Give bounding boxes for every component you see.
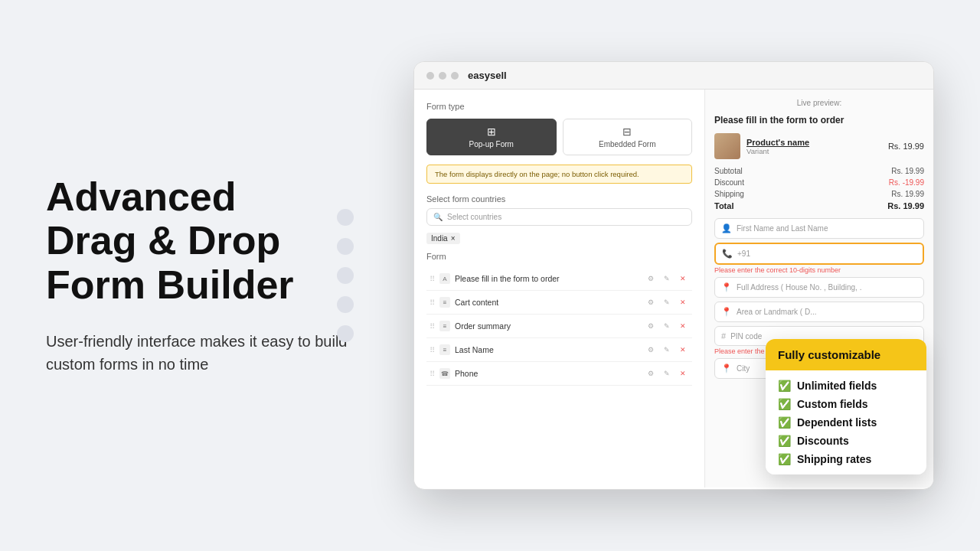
field-icon-order: ≡ (439, 321, 450, 331)
embedded-form-btn[interactable]: ⊟ Embedded Form (563, 119, 693, 155)
circle-4 (337, 296, 354, 313)
shipping-row: Shipping Rs. 19.99 (714, 188, 924, 200)
card-item-label-3: Dependent lists (797, 416, 877, 429)
shipping-value: Rs. 19.99 (891, 190, 924, 198)
field-delete-btn-0[interactable]: ✕ (677, 272, 689, 285)
country-select[interactable]: 🔍 Select countries (426, 208, 692, 226)
popup-form-btn[interactable]: ⊞ Pop-up Form (426, 119, 557, 155)
city-icon: 📍 (721, 364, 732, 373)
main-heading: Advanced Drag & Drop Form Builder (46, 175, 352, 307)
browser-title: easysell (468, 70, 507, 81)
form-section-label: Form (426, 252, 692, 261)
country-tag-india[interactable]: India × (426, 233, 460, 244)
card-item-label-4: Discounts (797, 435, 849, 447)
form-type-label: Form type (426, 102, 692, 111)
product-thumbnail (714, 133, 740, 159)
subtotal-value: Rs. 19.99 (891, 167, 924, 175)
drag-handle[interactable]: ⠿ (430, 275, 435, 283)
area-input-preview[interactable]: 📍 Area or Landmark ( D... (714, 302, 924, 322)
browser-dot-2 (439, 72, 446, 80)
field-edit-btn-0[interactable]: ✎ (661, 272, 673, 285)
form-field-row: ⠿ ≡ Cart content ⚙ ✎ ✕ (426, 291, 692, 315)
card-header: Fully customizable (766, 339, 926, 370)
form-field-row: ⠿ ☎ Phone ⚙ ✎ ✕ (426, 362, 692, 386)
field-settings-btn-1[interactable]: ⚙ (645, 296, 657, 308)
field-delete-btn-4[interactable]: ✕ (677, 367, 689, 380)
card-item-5: ✅ Shipping rates (778, 453, 914, 465)
address-input-preview[interactable]: 📍 Full Address ( House No. , Building, . (714, 277, 924, 298)
discount-row: Discount Rs. -19.99 (714, 177, 924, 188)
field-actions-4: ⚙ ✎ ✕ (645, 367, 689, 380)
circle-5 (337, 325, 354, 342)
countries-placeholder: Select countries (447, 213, 501, 221)
field-name-1: Cart content (455, 298, 640, 307)
area-placeholder: Area or Landmark ( D... (737, 308, 816, 316)
card-item-1: ✅ Unlimited fields (778, 380, 914, 392)
field-actions-3: ⚙ ✎ ✕ (645, 344, 689, 356)
product-row: Product's name Variant Rs. 19.99 (714, 133, 924, 159)
card-item-label-5: Shipping rates (797, 453, 871, 465)
field-settings-btn-0[interactable]: ⚙ (645, 272, 657, 285)
name-input-preview[interactable]: 👤 First Name and Last Name (714, 218, 924, 239)
subtotal-row: Subtotal Rs. 19.99 (714, 165, 924, 177)
phone-input-preview[interactable]: 📞 +91 (714, 243, 924, 265)
drag-handle[interactable]: ⠿ (430, 346, 435, 354)
total-label: Total (714, 201, 733, 210)
field-name-2: Order summary (455, 321, 640, 331)
left-content: Advanced Drag & Drop Form Builder User-f… (46, 175, 368, 376)
drag-handle[interactable]: ⠿ (430, 322, 435, 331)
form-field-row: ⠿ A Please fill in the form to order ⚙ ✎… (426, 267, 692, 291)
field-icon-lastname: ≡ (439, 344, 450, 355)
page-wrapper: Advanced Drag & Drop Form Builder User-f… (0, 0, 980, 551)
phone-value: +91 (737, 249, 750, 258)
form-field-row: ⠿ ≡ Order summary ⚙ ✎ ✕ (426, 315, 692, 338)
check-icon-1: ✅ (778, 380, 791, 392)
field-edit-btn-3[interactable]: ✎ (661, 344, 673, 356)
field-settings-btn-4[interactable]: ⚙ (645, 367, 657, 380)
right-content: easysell Form type ⊞ Pop-up Form ⊟ Embed… (368, 61, 934, 490)
check-icon-4: ✅ (778, 435, 791, 447)
subtotal-label: Subtotal (714, 167, 743, 175)
field-delete-btn-1[interactable]: ✕ (677, 296, 689, 308)
card-item-4: ✅ Discounts (778, 435, 914, 447)
field-name-0: Please fill in the form to order (455, 274, 640, 283)
browser-titlebar: easysell (414, 62, 933, 90)
product-name: Product's name (746, 138, 882, 147)
product-variant: Variant (746, 147, 882, 155)
circle-3 (337, 267, 354, 284)
circle-2 (337, 238, 354, 255)
decorative-circles (337, 209, 354, 342)
circle-1 (337, 209, 354, 226)
card-item-3: ✅ Dependent lists (778, 416, 914, 429)
browser-dot-1 (426, 72, 434, 80)
product-price: Rs. 19.99 (888, 142, 924, 151)
phone-icon: 📞 (722, 249, 733, 259)
discount-value: Rs. -19.99 (889, 178, 924, 187)
drag-handle[interactable]: ⠿ (430, 370, 435, 378)
field-delete-btn-2[interactable]: ✕ (677, 320, 689, 332)
location-icon: 📍 (721, 282, 732, 292)
card-item-label-1: Unlimited fields (797, 380, 877, 392)
field-delete-btn-3[interactable]: ✕ (677, 344, 689, 356)
field-settings-btn-2[interactable]: ⚙ (645, 320, 657, 332)
hash-icon: # (721, 331, 726, 341)
field-edit-btn-2[interactable]: ✎ (661, 320, 673, 332)
field-actions-1: ⚙ ✎ ✕ (645, 296, 689, 308)
field-name-4: Phone (455, 369, 640, 378)
product-info: Product's name Variant (746, 138, 882, 155)
embedded-icon: ⊟ (570, 126, 686, 138)
city-placeholder: City (737, 364, 750, 373)
drag-handle[interactable]: ⠿ (430, 298, 435, 307)
form-type-buttons: ⊞ Pop-up Form ⊟ Embedded Form (426, 119, 692, 155)
country-tag-close[interactable]: × (451, 234, 456, 243)
browser-dot-3 (451, 72, 459, 80)
country-tag-label: India (431, 234, 448, 243)
field-edit-btn-4[interactable]: ✎ (661, 367, 673, 380)
form-builder-panel: Form type ⊞ Pop-up Form ⊟ Embedded Form … (414, 90, 705, 487)
field-edit-btn-1[interactable]: ✎ (661, 296, 673, 308)
discount-label: Discount (714, 178, 744, 187)
person-icon: 👤 (721, 223, 732, 233)
field-settings-btn-3[interactable]: ⚙ (645, 344, 657, 356)
search-icon: 🔍 (433, 213, 443, 221)
total-value: Rs. 19.99 (887, 201, 924, 210)
